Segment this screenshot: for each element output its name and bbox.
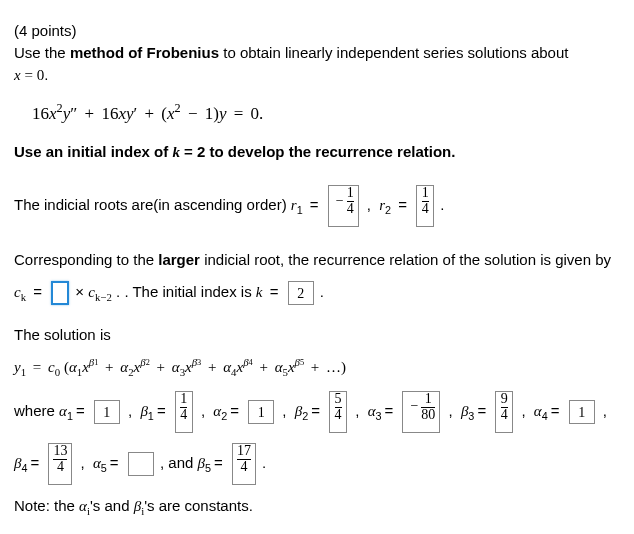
ck-k: k <box>21 291 26 303</box>
about-dot: . <box>44 66 48 83</box>
r2-input[interactable]: 14 <box>416 185 434 227</box>
minus-icon: − <box>333 193 347 208</box>
instr-a: Use an initial index of <box>14 143 172 160</box>
coeffs-dot: . <box>262 454 266 471</box>
r1-num: 1 <box>347 186 354 201</box>
instr-k: k <box>172 144 180 160</box>
alpha5-input[interactable] <box>128 452 154 476</box>
about-eq: = 0 <box>21 67 44 83</box>
recur-dot: . <box>320 283 324 300</box>
indicial-roots-row: The indicial roots are(in ascending orde… <box>14 185 620 227</box>
ck-c: c <box>14 284 21 300</box>
problem-header: (4 points) Use the method of Frobenius t… <box>14 20 620 86</box>
about-x: x <box>14 67 21 83</box>
beta1-input[interactable]: 14 <box>175 391 193 433</box>
r2-den: 4 <box>422 201 429 217</box>
recur-larger: larger <box>158 251 200 268</box>
instr-b: to develop the recurrence relation. <box>205 143 455 160</box>
note-mid: 's and <box>90 497 134 514</box>
where-label: where <box>14 402 59 419</box>
beta2-input[interactable]: 54 <box>329 391 347 433</box>
initial-index-input[interactable]: 2 <box>288 281 314 305</box>
solution-series: y1 = c0 (α1xβ1 + α2xβ2 + α3xβ3 + α4xβ4 +… <box>14 355 620 381</box>
recurrence-eq: ck = × ck−2 . . The initial index is k =… <box>14 281 620 306</box>
recur-a: Corresponding to the <box>14 251 158 268</box>
indicial-text: The indicial roots are(in ascending orde… <box>14 196 291 213</box>
eq-icon: = <box>307 196 322 213</box>
index-instruction: Use an initial index of k = 2 to develop… <box>14 141 620 164</box>
r1-input[interactable]: −14 <box>328 185 359 227</box>
ode-equation: 16x2y″ + 16xy′ + (x2 − 1)y = 0. <box>32 100 620 126</box>
beta4-input[interactable]: 134 <box>48 443 72 485</box>
times-icon: × <box>75 283 84 300</box>
alpha4-input[interactable]: 1 <box>569 400 595 424</box>
alpha2-input[interactable]: 1 <box>248 400 274 424</box>
intro-text-b: to obtain linearly independent series so… <box>219 44 568 61</box>
note-post: 's are constants. <box>144 497 253 514</box>
indicial-dot: . <box>440 196 444 213</box>
ckm2-sub: k−2 <box>95 291 112 303</box>
intro-text-a: Use the <box>14 44 70 61</box>
solution-title: The solution is <box>14 324 620 346</box>
alpha1-input[interactable]: 1 <box>94 400 120 424</box>
recur-after: . The initial index is <box>124 283 255 300</box>
r2-num: 1 <box>422 186 429 201</box>
coeffs-row-1: where α1= 1 , β1= 14 , α2= 1 , β2= 54 , … <box>14 391 620 433</box>
and-label: , and <box>160 454 198 471</box>
instr-eq2: = 2 <box>180 143 205 160</box>
r1-sub: 1 <box>297 204 303 216</box>
recur-b: indicial root, the recurrence relation o… <box>200 251 611 268</box>
note-pre: Note: the <box>14 497 79 514</box>
recurrence-coeff-input[interactable] <box>51 281 69 305</box>
note-row: Note: the αi's and βi's are constants. <box>14 495 620 520</box>
ckm2-c: c <box>88 284 95 300</box>
beta5-input[interactable]: 174 <box>232 443 256 485</box>
beta3-input[interactable]: 94 <box>495 391 513 433</box>
r2-sub: 2 <box>385 204 391 216</box>
coeffs-row-2: β4= 134 , α5= , and β5= 174 . <box>14 443 620 485</box>
method-name: method of Frobenius <box>70 44 219 61</box>
comma-1: , <box>365 196 375 213</box>
alpha3-input[interactable]: −180 <box>402 391 440 433</box>
recurrence-text: Corresponding to the larger indicial roo… <box>14 249 620 271</box>
points-label: (4 points) <box>14 22 77 39</box>
r1-den: 4 <box>347 201 354 217</box>
